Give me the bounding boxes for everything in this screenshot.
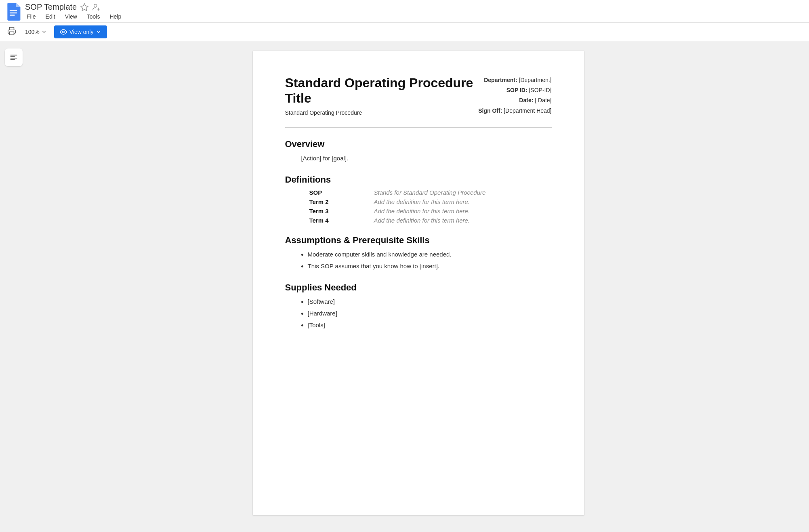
svg-marker-3 xyxy=(81,3,88,10)
view-only-button[interactable]: View only xyxy=(54,25,107,38)
doc-main-title: Standard Operating Procedure Title xyxy=(285,75,479,106)
main-area: Standard Operating Procedure Title Stand… xyxy=(0,41,809,525)
document-title: SOP Template xyxy=(25,2,77,12)
assumptions-title: Assumptions & Prerequisite Skills xyxy=(285,235,552,246)
zoom-control[interactable]: 100% xyxy=(23,27,49,37)
menu-tools[interactable]: Tools xyxy=(85,13,102,21)
meta-signoff: Sign Off: [Department Head] xyxy=(478,106,551,116)
def-term-1: Term 2 xyxy=(309,198,350,205)
svg-rect-1 xyxy=(10,12,17,13)
overview-body: [Action] for [goal]. xyxy=(285,154,552,163)
sop-id-value: [SOP-ID] xyxy=(529,87,551,93)
svg-rect-0 xyxy=(10,10,17,11)
date-value: [ Date] xyxy=(535,97,551,103)
assumptions-list: Moderate computer skills and knowledge a… xyxy=(301,250,552,271)
header-divider xyxy=(285,127,552,128)
doc-meta: Department: [Department] SOP ID: [SOP-ID… xyxy=(478,75,551,116)
meta-department: Department: [Department] xyxy=(478,75,551,85)
sop-id-label: SOP ID: xyxy=(506,87,527,93)
menu-help[interactable]: Help xyxy=(108,13,123,21)
overview-text: [Action] for [goal]. xyxy=(301,154,552,163)
def-value-2: Add the definition for this term here. xyxy=(374,208,470,214)
add-collaborator-icon[interactable] xyxy=(92,3,101,12)
def-value-1: Add the definition for this term here. xyxy=(374,198,470,205)
def-row-sop: SOP Stands for Standard Operating Proced… xyxy=(309,189,552,196)
star-icon[interactable] xyxy=(80,3,89,12)
outline-icon xyxy=(9,53,18,62)
menu-view[interactable]: View xyxy=(63,13,79,21)
def-term-0: SOP xyxy=(309,189,350,196)
sidebar xyxy=(0,41,27,525)
zoom-dropdown-icon xyxy=(41,29,47,35)
def-row-term4: Term 4 Add the definition for this term … xyxy=(309,217,552,224)
svg-point-4 xyxy=(94,4,97,7)
section-definitions: Definitions SOP Stands for Standard Oper… xyxy=(285,175,552,224)
def-value-0: Stands for Standard Operating Procedure xyxy=(374,189,486,196)
doc-title-section: Standard Operating Procedure Title Stand… xyxy=(285,75,479,116)
document-header: Standard Operating Procedure Title Stand… xyxy=(285,75,552,116)
docs-logo-icon xyxy=(6,3,21,21)
view-only-label: View only xyxy=(69,29,94,35)
doc-subtitle: Standard Operating Procedure xyxy=(285,109,479,116)
definitions-table: SOP Stands for Standard Operating Proced… xyxy=(309,189,552,224)
supply-item-0: [Software] xyxy=(308,297,552,307)
def-row-term3: Term 3 Add the definition for this term … xyxy=(309,208,552,214)
outline-button[interactable] xyxy=(5,48,23,66)
eye-icon xyxy=(60,28,67,36)
document: Standard Operating Procedure Title Stand… xyxy=(253,51,584,515)
supplies-title: Supplies Needed xyxy=(285,282,552,293)
assumption-item-1: This SOP assumes that you know how to [i… xyxy=(308,261,552,271)
print-button[interactable] xyxy=(6,25,18,38)
def-value-3: Add the definition for this term here. xyxy=(374,217,470,224)
print-icon xyxy=(7,27,16,36)
svg-rect-2 xyxy=(10,15,15,15)
supplies-list: [Software] [Hardware] [Tools] xyxy=(301,297,552,330)
overview-title: Overview xyxy=(285,139,552,149)
supply-item-1: [Hardware] xyxy=(308,309,552,318)
menu-edit[interactable]: Edit xyxy=(44,13,57,21)
title-area: SOP Template File Edit View Tools Help xyxy=(25,2,123,21)
toolbar: 100% View only xyxy=(0,23,809,41)
meta-sop-id: SOP ID: [SOP-ID] xyxy=(478,85,551,95)
menu-file[interactable]: File xyxy=(25,13,38,21)
svg-rect-7 xyxy=(10,32,14,35)
section-assumptions: Assumptions & Prerequisite Skills Modera… xyxy=(285,235,552,271)
signoff-label: Sign Off: xyxy=(478,107,502,114)
title-bar: SOP Template File Edit View Tools Help xyxy=(0,0,809,23)
def-term-2: Term 3 xyxy=(309,208,350,214)
def-row-term2: Term 2 Add the definition for this term … xyxy=(309,198,552,205)
department-value: [Department] xyxy=(519,77,552,83)
department-label: Department: xyxy=(484,77,517,83)
definitions-title: Definitions xyxy=(285,175,552,185)
doc-area: Standard Operating Procedure Title Stand… xyxy=(27,41,809,525)
section-supplies: Supplies Needed [Software] [Hardware] [T… xyxy=(285,282,552,330)
section-overview: Overview [Action] for [goal]. xyxy=(285,139,552,163)
menu-bar: File Edit View Tools Help xyxy=(25,13,123,21)
zoom-value: 100% xyxy=(25,29,40,35)
svg-point-8 xyxy=(63,31,65,33)
supply-item-2: [Tools] xyxy=(308,320,552,330)
signoff-value: [Department Head] xyxy=(504,107,551,114)
date-label: Date: xyxy=(519,97,533,103)
view-only-dropdown-icon xyxy=(96,29,101,35)
def-term-3: Term 4 xyxy=(309,217,350,224)
assumption-item-0: Moderate computer skills and knowledge a… xyxy=(308,250,552,259)
meta-date: Date: [ Date] xyxy=(478,95,551,105)
